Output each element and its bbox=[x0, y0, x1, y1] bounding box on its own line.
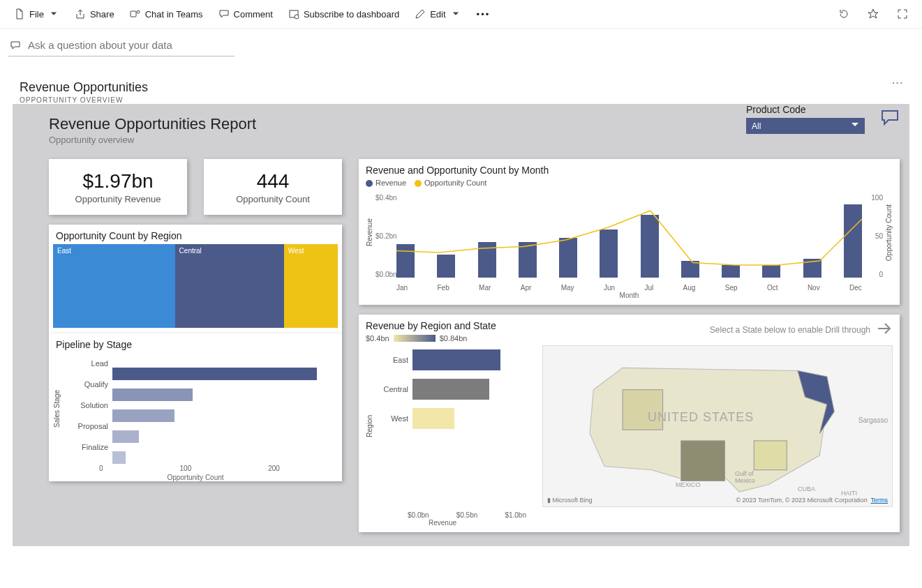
report-header: Revenue Opportunities OPPORTUNITY OVERVI… bbox=[13, 70, 909, 104]
combo-visual[interactable]: Revenue and Opportunity Count by Month R… bbox=[359, 159, 900, 305]
pipeline-bar bbox=[112, 368, 317, 380]
svg-point-1 bbox=[137, 10, 140, 13]
pipeline-ylabel: Sales Stage bbox=[53, 390, 61, 428]
treemap-visual[interactable]: Opportunity Count by Region EastCentralW… bbox=[49, 225, 342, 333]
combo-ylabel-right: Opportunity Count bbox=[885, 204, 893, 261]
pipeline-row[interactable]: Solution bbox=[69, 395, 335, 416]
edit-menu[interactable]: Edit bbox=[409, 6, 466, 22]
pipeline-visual[interactable]: Pipeline by Stage Sales Stage LeadQualif… bbox=[49, 333, 342, 481]
pipeline-bar bbox=[112, 451, 126, 464]
pipeline-row-label: Proposal bbox=[69, 422, 108, 430]
kpi-revenue[interactable]: $1.97bn Opportunity Revenue bbox=[49, 159, 187, 215]
file-label: File bbox=[29, 9, 44, 20]
pipeline-row-label: Finalize bbox=[69, 443, 108, 451]
region-row[interactable]: West bbox=[375, 404, 535, 433]
product-code-filter: Product Code All bbox=[746, 104, 865, 134]
chat-button[interactable]: Chat in Teams bbox=[124, 6, 209, 22]
fullscreen-button[interactable] bbox=[891, 6, 914, 22]
pipeline-row[interactable]: Finalize bbox=[69, 437, 335, 458]
legend-dot-icon bbox=[415, 180, 422, 187]
treemap-cell-east[interactable]: East bbox=[53, 244, 175, 328]
sheet-subtitle: OPPORTUNITY OVERVIEW bbox=[20, 96, 895, 104]
chevron-down-icon bbox=[450, 8, 461, 20]
map-terms-link[interactable]: Terms bbox=[871, 497, 888, 504]
svg-point-3 bbox=[295, 15, 299, 19]
color-scale-icon bbox=[394, 335, 436, 342]
scale-min: $0.4bn bbox=[366, 334, 389, 342]
region-visual[interactable]: Revenue by Region and State Select a Sta… bbox=[359, 315, 900, 532]
chat-label: Chat in Teams bbox=[145, 9, 203, 20]
svg-rect-0 bbox=[131, 11, 136, 17]
kpi-count[interactable]: 444 Opportunity Count bbox=[204, 159, 342, 215]
pipeline-row-label: Qualify bbox=[69, 380, 108, 389]
pipeline-bar bbox=[112, 409, 174, 422]
map-center-label: UNITED STATES bbox=[648, 410, 754, 425]
favorite-button[interactable] bbox=[862, 6, 884, 22]
map-gulf-label: Gulf of Mexico bbox=[735, 470, 755, 484]
combo-ylabel-left: Revenue bbox=[366, 218, 373, 246]
report-subtitle: Opportunity overview bbox=[49, 135, 900, 145]
bing-label: Microsoft Bing bbox=[553, 497, 593, 504]
drill-hint: Select a State below to enable Drill thr… bbox=[710, 325, 870, 335]
pipeline-row-label: Lead bbox=[69, 359, 108, 368]
report-canvas: Revenue Opportunities Report Opportunity… bbox=[13, 104, 909, 546]
svg-rect-4 bbox=[681, 441, 725, 481]
kpi-count-value: 444 bbox=[257, 170, 290, 193]
comment-label: Comment bbox=[234, 9, 273, 20]
qa-input-wrapper[interactable] bbox=[8, 34, 235, 56]
region-row-label: Central bbox=[375, 385, 408, 393]
pencil-icon bbox=[415, 8, 426, 20]
region-bar bbox=[412, 408, 454, 429]
map-sargasso-label: Sargasso bbox=[858, 416, 888, 424]
kpi-count-label: Opportunity Count bbox=[236, 194, 310, 204]
pipeline-title: Pipeline by Stage bbox=[49, 333, 342, 353]
top-toolbar: File Share Chat in Teams Comment Subscri… bbox=[0, 0, 922, 29]
share-icon bbox=[75, 8, 86, 20]
kpi-revenue-label: Opportunity Revenue bbox=[75, 194, 161, 204]
region-row-label: East bbox=[375, 356, 408, 364]
file-menu[interactable]: File bbox=[8, 6, 65, 22]
chevron-down-icon bbox=[48, 8, 59, 20]
map-mexico-label: MEXICO bbox=[676, 481, 701, 488]
pipeline-xlabel: Opportunity Count bbox=[49, 474, 342, 481]
map-visual[interactable]: UNITED STATES Sargasso MEXICO Gulf of Me… bbox=[542, 345, 893, 507]
chevron-down-icon bbox=[851, 121, 859, 131]
treemap-title: Opportunity Count by Region bbox=[49, 225, 342, 244]
region-ylabel: Region bbox=[366, 415, 373, 437]
region-row[interactable]: East bbox=[375, 345, 535, 375]
arrow-right-icon bbox=[876, 320, 893, 339]
sheet-title: Revenue Opportunities bbox=[20, 80, 895, 95]
treemap-cell-label: West bbox=[288, 247, 304, 255]
comment-button[interactable]: Comment bbox=[213, 6, 278, 22]
map-cuba-label: CUBA bbox=[798, 485, 815, 492]
treemap-cell-west[interactable]: West bbox=[284, 244, 338, 328]
region-xlabel: Revenue bbox=[359, 519, 526, 532]
pipeline-row-label: Solution bbox=[69, 401, 108, 409]
subscribe-label: Subscribe to dashboard bbox=[304, 9, 399, 20]
pipeline-row[interactable]: Lead bbox=[69, 353, 335, 374]
legend-revenue: Revenue bbox=[376, 179, 406, 187]
region-row[interactable]: Central bbox=[375, 375, 535, 404]
scale-max: $0.84bn bbox=[440, 334, 468, 342]
legend-dot-icon bbox=[366, 180, 373, 187]
share-button[interactable]: Share bbox=[69, 6, 120, 22]
open-comments-button[interactable] bbox=[880, 108, 900, 130]
combo-title: Revenue and Opportunity Count by Month bbox=[359, 159, 900, 179]
filter-dropdown[interactable]: All bbox=[746, 118, 865, 134]
qa-input[interactable] bbox=[27, 38, 233, 52]
region-bar bbox=[412, 379, 489, 400]
treemap-cell-label: East bbox=[57, 247, 71, 255]
treemap-cell-central[interactable]: Central bbox=[175, 244, 284, 328]
filter-value: All bbox=[752, 121, 761, 131]
more-button[interactable]: ••• bbox=[471, 6, 496, 22]
sheet-more-button[interactable]: ··· bbox=[892, 77, 904, 88]
map-haiti-label: HAITI bbox=[841, 490, 857, 497]
subscribe-button[interactable]: Subscribe to dashboard bbox=[283, 6, 405, 22]
combo-xlabel: Month bbox=[359, 292, 900, 305]
document-icon bbox=[14, 8, 25, 20]
bing-credit: ▮ bbox=[547, 497, 553, 504]
pipeline-row[interactable]: Proposal bbox=[69, 416, 335, 437]
subscribe-icon bbox=[288, 8, 299, 20]
legend-count: Opportunity Count bbox=[424, 179, 486, 187]
refresh-button[interactable] bbox=[833, 6, 855, 22]
